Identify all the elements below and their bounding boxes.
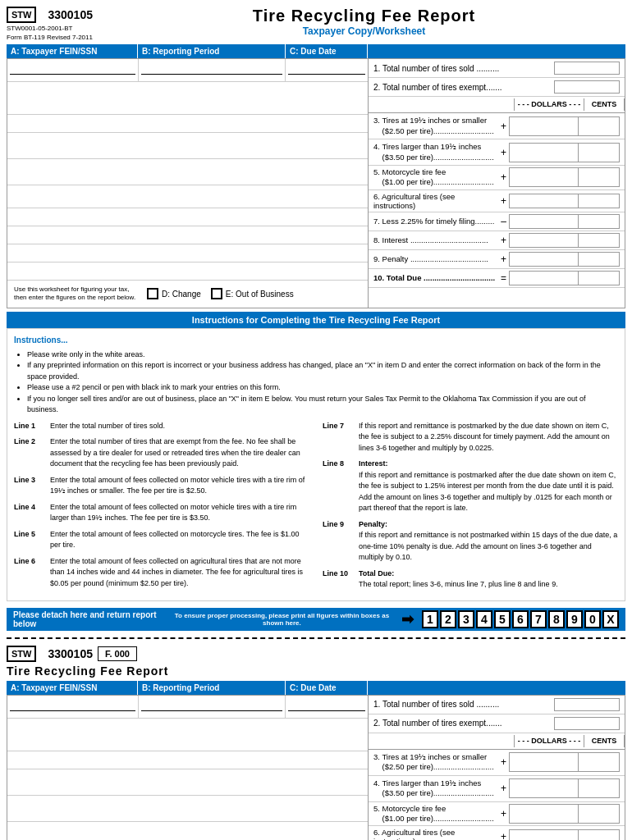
line-3-sign: + (501, 121, 506, 132)
bottom-form-header: STW 3300105 F. 000 Tire Recycling Fee Re… (7, 646, 625, 678)
bottom-col-a-header: A: Taxpayer FEIN/SSN (7, 681, 138, 695)
bottom-taxpayer-field[interactable] (7, 696, 139, 718)
line-2: 2. Total number of tires exempt....... (369, 78, 625, 97)
col-a-header: A: Taxpayer FEIN/SSN (7, 44, 138, 58)
num-box-x: X (602, 610, 619, 628)
input-row (7, 59, 368, 82)
line-4-dollars[interactable] (509, 143, 579, 162)
bottom-dollars-header: - - - DOLLARS - - - (514, 735, 584, 747)
bottom-line-4: 4. Tires larger than 19¹⁄₂ inches ($3.50… (369, 776, 625, 802)
bottom-line-4-dollars[interactable] (509, 778, 579, 798)
line-10: 10. Total Due ..........................… (369, 269, 625, 288)
left-input-area: Use this worksheet for figuring your tax… (7, 59, 369, 308)
line-10-dollars[interactable] (509, 271, 579, 285)
bottom-dc-spacer (7, 751, 368, 769)
bottom-line-6-label: 6. Agricultural tires (see instructions) (373, 828, 498, 840)
line-7-dollars[interactable] (509, 214, 579, 229)
right-line-items: 1. Total number of tires sold ..........… (369, 59, 625, 308)
form-number: STW0001-05-2001-BT (7, 25, 93, 32)
line-7-cents[interactable] (579, 214, 620, 229)
cents-header: CENTS (584, 98, 625, 111)
line-9-label: 9. Penalty .............................… (373, 254, 498, 263)
line-10-cents[interactable] (579, 271, 620, 285)
taxpayer-field[interactable] (7, 59, 139, 81)
bottom-line-5-label: 5. Motorcycle tire fee ($1.00 per tire).… (373, 804, 498, 824)
bottom-line-6-sign: + (501, 831, 506, 840)
bottom-right-items: 1. Total number of tires sold ..........… (369, 696, 625, 840)
line-8-label: 8. Interest ............................… (373, 235, 498, 244)
line-10-label: 10. Total Due ..........................… (373, 273, 498, 282)
dollar-cents-header-row: - - - DOLLARS - - - CENTS (369, 97, 625, 113)
bottom-input-row (7, 696, 368, 719)
line-8-dollars[interactable] (509, 233, 579, 248)
line-3-dollars[interactable] (509, 116, 579, 136)
bottom-line-1-label: 1. Total number of tires sold .......... (373, 700, 551, 709)
line-3-cents[interactable] (579, 116, 620, 136)
line-6-dollars[interactable] (509, 194, 579, 208)
line-1-input[interactable] (554, 62, 620, 75)
bottom-cents-header: CENTS (584, 735, 625, 747)
line-7-label: 7. Less 2.25% for timely filing......... (373, 217, 498, 226)
change-oob-row: Use this worksheet for figuring your tax… (7, 281, 368, 308)
detach-label: Please detach here and return report bel… (13, 610, 171, 628)
col-c-header: C: Due Date (286, 44, 368, 58)
due-date-field[interactable] (286, 59, 368, 81)
line-8: 8. Interest ............................… (369, 231, 625, 250)
bullet-4: If you no longer sell tires and/or are o… (27, 394, 618, 416)
inst-line-4: Line 4 Enter the total amount of fees co… (14, 502, 309, 524)
form-id: 3300105 (48, 8, 93, 21)
line-5: 5. Motorcycle tire fee ($1.00 per tire).… (369, 166, 625, 190)
bottom-due-date[interactable] (286, 696, 368, 718)
inst-line-2: Line 2 Enter the total number of tires t… (14, 436, 309, 470)
bottom-line-2-input[interactable] (554, 717, 620, 730)
arrow-right-icon: ➡ (401, 610, 414, 628)
instructions-bullets: Please write only in the white areas. If… (27, 349, 618, 416)
instructions-body: Instructions... Please write only in the… (7, 328, 625, 601)
bottom-line-5-cents[interactable] (579, 804, 620, 824)
line-9-cents[interactable] (579, 252, 620, 267)
line-5-dollars[interactable] (509, 167, 579, 187)
line-2-input[interactable] (554, 80, 620, 94)
line-4-cents[interactable] (579, 143, 620, 162)
bottom-line-3-dollars[interactable] (509, 752, 579, 772)
line-4: 4. Tires larger than 19¹⁄₂ inches ($3.50… (369, 139, 625, 166)
bottom-line-3: 3. Tires at 19¹⁄₂ inches or smaller ($2.… (369, 750, 625, 776)
bottom-dollar-cents-header: - - - DOLLARS - - - CENTS (369, 733, 625, 750)
line-7: 7. Less 2.25% for timely filing.........… (369, 212, 625, 231)
line-4-sign: + (501, 147, 506, 158)
bottom-line-6-cents[interactable] (579, 829, 620, 840)
line-6-cents[interactable] (579, 194, 620, 208)
bottom-line-3-sign: + (501, 756, 506, 768)
oob-checkbox-group: E: Out of Business (211, 288, 294, 299)
detach-note: To ensure proper processing, please prin… (171, 612, 393, 627)
bottom-line-1-input[interactable] (554, 698, 620, 711)
reporting-period-field[interactable] (139, 59, 286, 81)
worksheet-note: Use this worksheet for figuring your tax… (14, 285, 137, 303)
bottom-line-4-cents[interactable] (579, 778, 620, 798)
bottom-col-b-header: B: Reporting Period (138, 681, 286, 695)
bottom-line-6-dollars[interactable] (509, 829, 579, 840)
form-bt: Form BT-119 Revised 7-2011 (7, 34, 93, 41)
num-box-2: 2 (440, 610, 456, 628)
bottom-reporting-period[interactable] (139, 696, 286, 718)
inst-line-1: Line 1 Enter the total number of tires s… (14, 421, 309, 432)
bullet-3: Please use a #2 pencil or pen with black… (27, 382, 618, 394)
change-checkbox[interactable] (147, 288, 158, 299)
main-form-area: Use this worksheet for figuring your tax… (7, 58, 625, 308)
instructions-two-col: Line 1 Enter the total number of tires s… (14, 421, 618, 596)
stw-logo: STW (7, 7, 36, 23)
line-9-dollars[interactable] (509, 252, 579, 267)
line-5-cents[interactable] (579, 167, 620, 187)
inst-line-5: Line 5 Enter the total amount of fees co… (14, 529, 309, 551)
num-box-5: 5 (494, 610, 511, 628)
oob-checkbox[interactable] (211, 288, 222, 299)
line-8-cents[interactable] (579, 233, 620, 248)
line-6-sign: + (501, 195, 506, 207)
bottom-line-3-cents[interactable] (579, 752, 620, 772)
bottom-line-5-dollars[interactable] (509, 804, 579, 824)
bottom-line-4-sign: + (501, 783, 506, 794)
bottom-stw-row: STW 3300105 F. 000 (7, 646, 168, 662)
change-label: D: Change (162, 290, 201, 299)
num-box-6: 6 (512, 610, 529, 628)
lines-1-2-spacer (7, 82, 368, 115)
